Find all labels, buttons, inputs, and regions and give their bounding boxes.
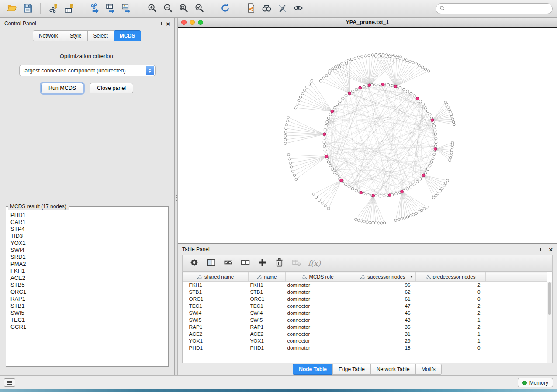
marker-button[interactable] [275, 2, 290, 16]
mcds-result-item[interactable]: PMA2 [10, 261, 164, 268]
graph-hub-node[interactable] [416, 97, 419, 100]
table-row[interactable]: STB1STB1dominator620 [183, 289, 547, 296]
binoculars-button[interactable] [259, 2, 274, 16]
mcds-result-item[interactable]: TEC1 [10, 316, 164, 323]
table-row[interactable]: TEC1TEC1connector472 [183, 303, 547, 309]
mcds-result-item[interactable]: TID3 [10, 233, 164, 240]
task-history-button[interactable] [4, 378, 15, 387]
mcds-result-item[interactable]: SWI4 [10, 247, 164, 254]
tab-network-table[interactable]: Network Table [370, 364, 416, 375]
tab-network[interactable]: Network [33, 30, 64, 41]
graph-hub-node[interactable] [360, 191, 363, 194]
mcds-result-item[interactable]: PHD1 [10, 212, 164, 219]
table-row[interactable]: ORC1ORC1dominator610 [183, 296, 547, 303]
tab-edge-table[interactable]: Edge Table [332, 364, 371, 375]
graph-hub-node[interactable] [340, 179, 343, 182]
deselect-all-button[interactable] [240, 258, 250, 268]
graph-hub-node[interactable] [394, 85, 397, 88]
close-panel-button[interactable]: × [166, 21, 170, 27]
column-header-shared-name[interactable]: shared name [183, 272, 249, 282]
table-settings-button[interactable] [189, 258, 199, 268]
graph-hub-node[interactable] [372, 194, 375, 197]
mcds-result-item[interactable]: ORC1 [10, 289, 164, 296]
table-scrollbar-thumb[interactable] [548, 282, 551, 315]
graph-hub-node[interactable] [401, 190, 404, 193]
mcds-result-item[interactable]: SRD1 [10, 254, 164, 261]
tab-select[interactable]: Select [87, 30, 114, 41]
mcds-result-item[interactable]: SWI5 [10, 309, 164, 316]
table-row[interactable]: PHD1PHD1dominator180 [183, 344, 547, 351]
open-file-button[interactable] [4, 2, 19, 16]
mcds-result-item[interactable]: STB5 [10, 282, 164, 289]
maximize-window-button[interactable] [198, 20, 203, 25]
float-panel-button[interactable] [158, 22, 162, 25]
graph-hub-node[interactable] [431, 119, 434, 122]
mcds-result-item[interactable]: STP4 [10, 226, 164, 233]
close-panel-button-mcds[interactable]: Close panel [90, 83, 133, 93]
graph-hub-node[interactable] [359, 86, 362, 89]
table-row[interactable]: YOX1YOX1connector291 [183, 337, 547, 344]
float-table-panel-button[interactable] [540, 248, 544, 251]
search-input[interactable] [447, 6, 549, 12]
network-canvas[interactable] [178, 27, 557, 243]
sort-dropdown-icon[interactable] [410, 276, 413, 278]
graph-hub-node[interactable] [368, 84, 371, 87]
delete-column-button[interactable] [274, 258, 284, 268]
graph-hub-node[interactable] [325, 155, 328, 158]
add-column-button[interactable] [257, 258, 267, 268]
graph-hub-node[interactable] [388, 194, 391, 197]
zoom-selected-button[interactable] [192, 2, 207, 16]
mcds-result-item[interactable]: ACE2 [10, 275, 164, 282]
table-scrollbar[interactable] [547, 282, 552, 363]
mcds-result-item[interactable]: FKH1 [10, 268, 164, 275]
vertical-splitter[interactable] [175, 18, 178, 375]
mcds-result-item[interactable]: RAP1 [10, 296, 164, 303]
eye-button[interactable] [291, 2, 305, 16]
graph-hub-node[interactable] [331, 110, 334, 113]
criterion-dropdown[interactable]: largest connected component (undirected) [19, 65, 156, 76]
fx-function-button[interactable]: f(x) [308, 259, 321, 268]
export-table-button[interactable] [103, 2, 118, 16]
run-mcds-button[interactable]: Run MCDS [41, 83, 83, 93]
import-table-button[interactable] [62, 2, 76, 16]
table-row[interactable]: SWI4SWI4dominator462 [183, 309, 547, 316]
table-row[interactable]: ACE2ACE2connector311 [183, 330, 547, 337]
mcds-result-item[interactable]: STB1 [10, 303, 164, 309]
import-network-button[interactable] [46, 2, 61, 16]
graph-hub-node[interactable] [348, 92, 351, 95]
share-document-button[interactable] [243, 2, 258, 16]
table-row[interactable]: SWI5SWI5connector431 [183, 316, 547, 323]
tab-node-table[interactable]: Node Table [293, 364, 333, 375]
export-network-button[interactable] [87, 2, 102, 16]
zoom-in-button[interactable] [145, 2, 159, 16]
mcds-result-item[interactable]: CAR1 [10, 219, 164, 226]
table-row[interactable]: RAP1RAP1dominator352 [183, 323, 547, 330]
refresh-button[interactable] [218, 2, 232, 16]
minimize-window-button[interactable] [190, 20, 195, 25]
graph-hub-node[interactable] [381, 83, 384, 86]
mcds-result-list[interactable]: PHD1CAR1STP4TID3YOX1SWI4SRD1PMA2FKH1ACE2… [6, 210, 168, 333]
export-image-button[interactable] [119, 2, 134, 16]
table-row[interactable]: FKH1FKH1dominator962 [183, 282, 547, 289]
mcds-result-item[interactable]: GCR1 [10, 323, 164, 330]
zoom-fit-button[interactable] [176, 2, 191, 16]
graph-hub-node[interactable] [434, 148, 437, 151]
column-header-name[interactable]: name [249, 272, 286, 282]
close-window-button[interactable] [181, 20, 187, 25]
show-columns-button[interactable] [206, 258, 216, 268]
select-all-button[interactable] [223, 258, 233, 268]
graph-hub-node[interactable] [323, 133, 326, 136]
column-header-mcds-role[interactable]: MCDS role [286, 272, 350, 282]
tab-style[interactable]: Style [64, 30, 88, 41]
column-header-predecessor-nodes[interactable]: predecessor nodes [416, 272, 486, 282]
tab-motifs[interactable]: Motifs [415, 364, 442, 375]
memory-button[interactable]: Memory [518, 378, 553, 387]
close-table-panel-button[interactable]: × [549, 246, 553, 253]
mcds-result-item[interactable]: YOX1 [10, 240, 164, 247]
network-graph-svg[interactable] [178, 28, 557, 243]
tab-mcds[interactable]: MCDS [114, 30, 141, 41]
zoom-out-button[interactable] [160, 2, 175, 16]
graph-hub-node[interactable] [422, 174, 425, 177]
column-header-successor-nodes[interactable]: successor nodes [350, 272, 416, 282]
save-session-button[interactable] [20, 2, 35, 16]
